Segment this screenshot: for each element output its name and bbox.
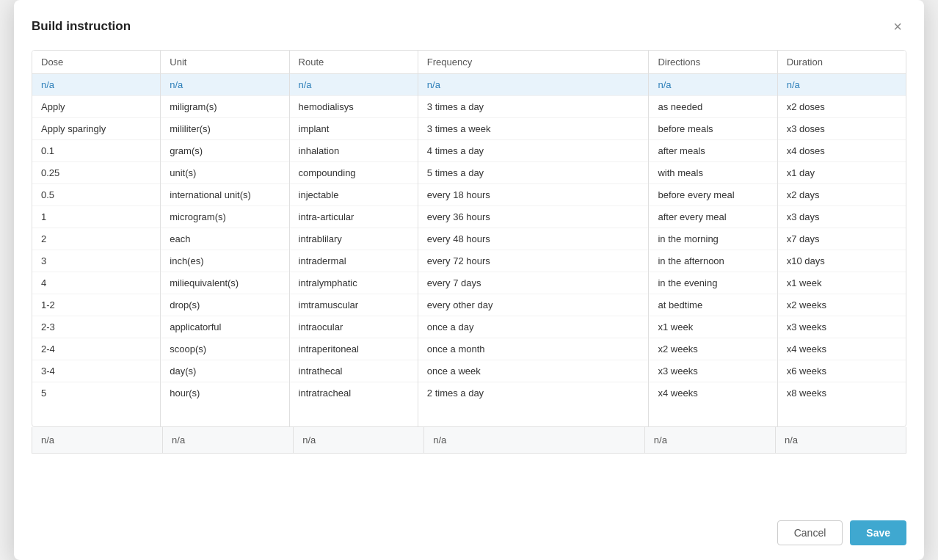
list-item[interactable]: 3-4 (32, 360, 160, 382)
list-item[interactable]: Apply (32, 96, 160, 118)
list-item[interactable]: intradermal (290, 250, 418, 272)
list-item[interactable]: every 48 hours (418, 228, 649, 250)
list-item[interactable]: 4 times a day (418, 140, 649, 162)
list-item[interactable]: n/a (32, 74, 160, 96)
list-item[interactable]: intralymphatic (290, 272, 418, 294)
list-item[interactable]: 0.1 (32, 140, 160, 162)
list-item[interactable]: in the afternoon (649, 250, 777, 272)
list-item[interactable]: intrathecal (290, 360, 418, 382)
list-item[interactable]: n/a (290, 74, 418, 96)
list-item[interactable]: every other day (418, 294, 649, 316)
list-item[interactable]: unit(s) (161, 162, 288, 184)
list-item[interactable]: injectable (290, 184, 418, 206)
list-item[interactable]: in the evening (649, 272, 777, 294)
column-duration: Durationn/ax2 dosesx3 dosesx4 dosesx1 da… (778, 51, 906, 426)
list-item[interactable]: 3 times a day (418, 96, 649, 118)
list-item[interactable]: once a day (418, 316, 649, 338)
list-item[interactable]: 2-4 (32, 338, 160, 360)
list-item[interactable]: x1 day (778, 162, 906, 184)
list-item[interactable]: day(s) (161, 360, 288, 382)
list-item[interactable]: drop(s) (161, 294, 288, 316)
column-directions: Directionsn/aas neededbefore mealsafter … (649, 51, 777, 426)
list-item[interactable]: 2-3 (32, 316, 160, 338)
list-item[interactable]: 5 times a day (418, 162, 649, 184)
list-item[interactable]: every 7 days (418, 272, 649, 294)
list-item[interactable]: hour(s) (161, 382, 288, 404)
list-item[interactable]: x2 weeks (649, 338, 777, 360)
list-item[interactable]: imtramuscular (290, 294, 418, 316)
list-item[interactable]: once a week (418, 360, 649, 382)
list-item[interactable]: before every meal (649, 184, 777, 206)
list-item[interactable]: intra-articular (290, 206, 418, 228)
list-item[interactable]: in the morning (649, 228, 777, 250)
list-item[interactable]: compounding (290, 162, 418, 184)
save-button[interactable]: Save (850, 520, 906, 545)
list-item[interactable]: x10 days (778, 250, 906, 272)
list-item[interactable]: microgram(s) (161, 206, 288, 228)
list-item[interactable]: scoop(s) (161, 338, 288, 360)
list-item[interactable]: intratracheal (290, 382, 418, 404)
list-item[interactable]: x3 weeks (778, 316, 906, 338)
list-item[interactable]: hemodialisys (290, 96, 418, 118)
list-item[interactable]: x4 doses (778, 140, 906, 162)
list-item[interactable]: x3 weeks (649, 360, 777, 382)
list-item[interactable]: x4 weeks (649, 382, 777, 404)
list-item[interactable]: 1-2 (32, 294, 160, 316)
list-item[interactable]: n/a (778, 74, 906, 96)
list-item[interactable]: 0.25 (32, 162, 160, 184)
col-header-unit: Unit (161, 51, 288, 74)
list-item[interactable]: implant (290, 118, 418, 140)
close-button[interactable]: × (889, 18, 906, 35)
list-item[interactable]: x4 weeks (778, 338, 906, 360)
col-header-directions: Directions (649, 51, 777, 74)
list-item[interactable]: after meals (649, 140, 777, 162)
list-item[interactable]: each (161, 228, 288, 250)
list-item[interactable]: every 18 hours (418, 184, 649, 206)
list-item[interactable]: x8 weeks (778, 382, 906, 404)
list-item[interactable]: x2 doses (778, 96, 906, 118)
list-item[interactable]: intraperitoneal (290, 338, 418, 360)
col-header-duration: Duration (778, 51, 906, 74)
cancel-button[interactable]: Cancel (777, 520, 843, 545)
list-item[interactable]: intraocular (290, 316, 418, 338)
list-item[interactable]: x2 weeks (778, 294, 906, 316)
list-item[interactable]: x3 doses (778, 118, 906, 140)
list-item[interactable]: n/a (161, 74, 288, 96)
list-item[interactable]: x7 days (778, 228, 906, 250)
list-item[interactable]: 3 (32, 250, 160, 272)
list-item[interactable]: Apply sparingly (32, 118, 160, 140)
list-item[interactable]: 1 (32, 206, 160, 228)
list-item[interactable]: international unit(s) (161, 184, 288, 206)
list-item[interactable]: x3 days (778, 206, 906, 228)
list-item[interactable]: every 36 hours (418, 206, 649, 228)
list-item[interactable]: 2 (32, 228, 160, 250)
list-item[interactable]: 4 (32, 272, 160, 294)
list-item[interactable]: x1 week (649, 316, 777, 338)
list-item[interactable]: as needed (649, 96, 777, 118)
list-item[interactable]: inhalation (290, 140, 418, 162)
list-item[interactable]: mililiter(s) (161, 118, 288, 140)
list-item[interactable]: inch(es) (161, 250, 288, 272)
list-item[interactable]: after every meal (649, 206, 777, 228)
list-item[interactable]: 2 times a day (418, 382, 649, 404)
list-item[interactable]: intrablilary (290, 228, 418, 250)
list-item[interactable]: miliequivalent(s) (161, 272, 288, 294)
list-item[interactable]: at bedtime (649, 294, 777, 316)
list-item[interactable]: with meals (649, 162, 777, 184)
list-item[interactable]: x1 week (778, 272, 906, 294)
list-item[interactable]: miligram(s) (161, 96, 288, 118)
list-item[interactable]: x2 days (778, 184, 906, 206)
list-item[interactable]: 3 times a week (418, 118, 649, 140)
modal-title: Build instruction (32, 19, 131, 34)
list-item[interactable]: 5 (32, 382, 160, 404)
list-item[interactable]: x6 weeks (778, 360, 906, 382)
list-item[interactable]: every 72 hours (418, 250, 649, 272)
list-item[interactable]: once a month (418, 338, 649, 360)
list-item[interactable]: n/a (649, 74, 777, 96)
list-item[interactable]: applicatorful (161, 316, 288, 338)
list-item[interactable]: gram(s) (161, 140, 288, 162)
list-item[interactable]: 0.5 (32, 184, 160, 206)
list-item[interactable]: n/a (418, 74, 649, 96)
list-item[interactable]: before meals (649, 118, 777, 140)
modal-header: Build instruction × (32, 18, 906, 35)
